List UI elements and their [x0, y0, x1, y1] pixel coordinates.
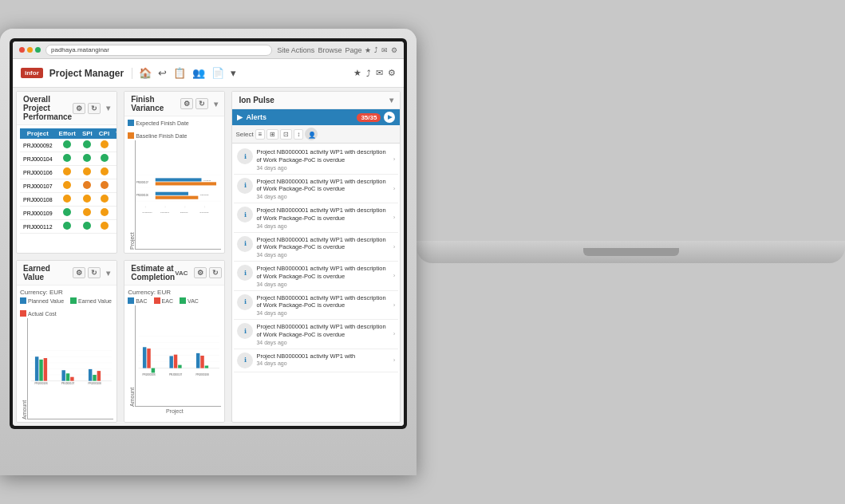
ec-y-axis: Amount [128, 305, 135, 407]
browser-url-bar[interactable]: padhaya.matanginar [45, 45, 272, 56]
cell-project: PRJ000106 [20, 166, 56, 179]
collapse-btn[interactable]: ▾ [106, 104, 110, 112]
close-dot[interactable] [19, 47, 25, 53]
ec-svg: 100000 80000 60000 40000 20000 0 -20000 [136, 305, 221, 406]
svg-text:8/11/2013: 8/11/2013 [200, 211, 210, 214]
alerts-count: 35/35 [357, 113, 381, 122]
chevron-right-icon[interactable]: › [393, 272, 396, 279]
ec-eac-color [154, 297, 160, 304]
alert-time: 34 days ago [256, 194, 389, 199]
maximize-dot[interactable] [35, 47, 41, 53]
ec-currency: Currency: EUR [128, 289, 221, 296]
settings-btn[interactable]: ⚙ [388, 68, 396, 78]
alert-item[interactable]: ℹProject NB0000001 activity WP1 with des… [234, 320, 398, 349]
cell-project: PRJ000109 [20, 207, 56, 220]
play-icon[interactable]: ▶ [237, 113, 243, 121]
alert-item[interactable]: ℹProject NB0000001 activity WP1 with des… [234, 203, 398, 233]
main-content: Overall Project Performance ⚙ ↻ ▾ Projec… [13, 88, 404, 426]
ion-collapse-btn[interactable]: ▾ [389, 96, 393, 104]
performance-table: Project Effort SPI CPI VAC OTP PRJ000092… [20, 128, 116, 234]
browse-label[interactable]: Browse [318, 46, 342, 54]
star-btn[interactable]: ★ [353, 68, 361, 78]
table-row[interactable]: PRJ000106 [20, 166, 116, 179]
avatar-btn[interactable]: 👤 [305, 128, 318, 140]
alert-item[interactable]: ℹProject NB0000001 activity WP1 with des… [234, 262, 398, 291]
back-icon[interactable]: ↩ [158, 67, 167, 79]
alert-item[interactable]: ℹProject NB0000001 activity WP1 with des… [234, 291, 398, 321]
alert-item[interactable]: ℹProject NB0000001 activity WP1 with34 d… [234, 349, 398, 372]
ev-earned-label: Earned Value [78, 298, 112, 304]
mail-icon[interactable]: ✉ [381, 46, 388, 54]
chevron-right-icon[interactable]: › [393, 330, 396, 337]
file-icon[interactable]: 📄 [211, 67, 224, 79]
finish-variance-header: Finish Variance ⚙ ↻ ▾ [124, 92, 224, 116]
alert-item[interactable]: ℹProject NB0000001 activity WP1 with des… [234, 145, 398, 175]
chevron-down-icon[interactable]: ▾ [231, 67, 236, 79]
ec-refresh-btn[interactable]: ↻ [209, 267, 222, 278]
baseline-label: Baseline Finish Date [136, 133, 187, 139]
svg-text:PRJ000106: PRJ000106 [34, 382, 48, 385]
ev-collapse-btn[interactable]: ▾ [106, 269, 110, 278]
table-row[interactable]: PRJ000108 [20, 193, 116, 207]
laptop-hinge [583, 248, 679, 256]
chevron-right-icon[interactable]: › [393, 301, 396, 309]
ev-planned-label: Planned Value [28, 298, 64, 304]
refresh-btn[interactable]: ↻ [88, 103, 101, 114]
svg-rect-5 [156, 182, 216, 185]
svg-rect-66 [205, 366, 208, 368]
ec-config-btn[interactable]: ⚙ [194, 267, 207, 278]
fv-collapse-btn[interactable]: ▾ [214, 100, 218, 108]
clipboard-icon[interactable]: 📋 [173, 67, 186, 79]
grid-view-btn[interactable]: ⊞ [267, 129, 278, 140]
site-actions-label[interactable]: Site Actions [277, 46, 314, 54]
ion-play-btn[interactable]: ▶ [384, 112, 395, 123]
earned-value-body: Currency: EUR Planned Value Earned Value [17, 285, 116, 422]
svg-rect-41 [97, 371, 101, 381]
settings-icon[interactable]: ⚙ [391, 46, 397, 54]
ion-alert-list[interactable]: ℹProject NB0000001 activity WP1 with des… [232, 144, 400, 422]
ec-bac-label: BAC [136, 298, 147, 304]
filter-btn[interactable]: ⊡ [280, 129, 292, 140]
mail-btn[interactable]: ✉ [376, 68, 383, 78]
cell-vac [113, 207, 116, 220]
table-row[interactable]: PRJ000112 [20, 220, 116, 234]
svg-text:PRJ000107: PRJ000107 [136, 181, 148, 184]
ec-eac-label: EAC [162, 298, 173, 304]
table-row[interactable]: PRJ000092 [20, 139, 116, 152]
cell-cpi [96, 179, 113, 193]
sort-btn[interactable]: ↕ [294, 129, 303, 140]
config-btn[interactable]: ⚙ [73, 103, 85, 114]
browser-window-controls [19, 47, 41, 53]
svg-rect-39 [89, 369, 92, 381]
share-icon[interactable]: ⤴ [374, 46, 378, 54]
page-label[interactable]: Page [345, 46, 361, 54]
ev-earned-color [70, 297, 77, 304]
home-icon[interactable]: 🏠 [139, 67, 152, 79]
users-icon[interactable]: 👥 [192, 67, 205, 79]
ev-refresh-btn[interactable]: ↻ [88, 267, 101, 278]
fv-refresh-btn[interactable]: ↻ [195, 98, 208, 109]
alert-item[interactable]: ℹProject NB0000001 activity WP1 with des… [234, 233, 398, 262]
minimize-dot[interactable] [27, 47, 33, 53]
chevron-right-icon[interactable]: › [393, 156, 396, 163]
alert-time: 34 days ago [256, 310, 389, 316]
alert-text: Project NB0000001 activity WP1 with desc… [256, 265, 389, 281]
svg-rect-57 [147, 348, 150, 368]
table-row[interactable]: PRJ000107 [20, 179, 116, 193]
chevron-right-icon[interactable]: › [393, 356, 396, 364]
header-right: ★ ⤴ ✉ ⚙ [353, 68, 396, 78]
ev-y-axis: Amount [20, 318, 27, 419]
fv-config-btn[interactable]: ⚙ [180, 98, 193, 109]
chevron-right-icon[interactable]: › [393, 243, 396, 250]
ion-alerts-bar: ▶ Alerts 35/35 ▶ [232, 109, 400, 125]
fv-y-axis: Project [128, 140, 135, 250]
share-btn[interactable]: ⤴ [366, 69, 371, 78]
list-view-btn[interactable]: ≡ [255, 129, 266, 140]
table-row[interactable]: PRJ000104 [20, 152, 116, 166]
table-row[interactable]: PRJ000109 [20, 207, 116, 220]
ev-config-btn[interactable]: ⚙ [73, 267, 85, 278]
star-icon[interactable]: ★ [365, 46, 371, 54]
chevron-right-icon[interactable]: › [393, 214, 396, 221]
chevron-right-icon[interactable]: › [393, 185, 396, 192]
alert-item[interactable]: ℹProject NB0000001 activity WP1 with des… [234, 175, 398, 204]
